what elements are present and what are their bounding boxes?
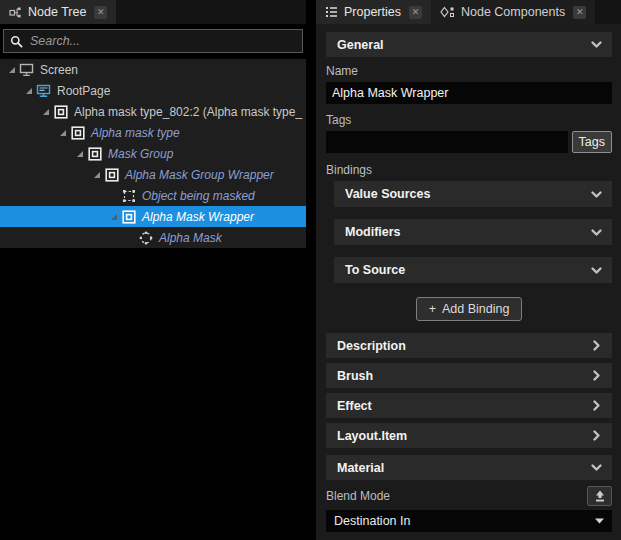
tab-node-components[interactable]: Node Components ✕ xyxy=(431,0,595,24)
name-field[interactable] xyxy=(326,82,612,104)
search-icon xyxy=(10,35,23,48)
section-effect[interactable]: Effect xyxy=(326,393,612,418)
tab-properties-label: Properties xyxy=(344,5,401,19)
search-input[interactable]: Search... xyxy=(3,29,303,53)
selection-rect-icon xyxy=(121,189,136,203)
tags-field[interactable] xyxy=(326,131,568,153)
node-tree-icon xyxy=(9,6,22,19)
tree-row-alpha-mask-type-802[interactable]: Alpha mask type_802:2 (Alpha mask type_ xyxy=(0,101,306,122)
node-components-icon xyxy=(440,6,455,18)
section-modifiers[interactable]: Modifiers xyxy=(334,219,612,245)
right-tab-bar: Properties ✕ Node Components ✕ xyxy=(316,0,621,24)
properties-content: General Name Tags Tags Bindings Value So… xyxy=(316,24,621,532)
screen-icon xyxy=(19,63,34,77)
name-label: Name xyxy=(326,64,612,78)
node2d-icon xyxy=(70,126,85,140)
tree-label: Alpha Mask Group Wrapper xyxy=(125,168,274,182)
tree-row-alpha-mask-wrapper[interactable]: Alpha Mask Wrapper xyxy=(0,206,306,227)
node2d-icon xyxy=(87,147,102,161)
tab-node-components-label: Node Components xyxy=(461,5,565,19)
rootpage-icon xyxy=(36,84,51,98)
close-icon[interactable]: ✕ xyxy=(573,6,586,19)
dropdown-arrow-icon xyxy=(595,518,604,524)
properties-list-icon xyxy=(325,6,338,18)
node2d-icon xyxy=(121,210,136,224)
tree-label: Alpha mask type xyxy=(91,126,180,140)
chevron-right-icon xyxy=(590,339,603,352)
chevron-right-icon xyxy=(590,429,603,442)
tags-label: Tags xyxy=(326,113,612,127)
chevron-right-icon xyxy=(590,369,603,382)
expander-icon[interactable] xyxy=(42,108,53,116)
expander-icon[interactable] xyxy=(110,213,121,221)
tree-row-mask-group[interactable]: Mask Group xyxy=(0,143,306,164)
section-brush[interactable]: Brush xyxy=(326,363,612,388)
bindings-label: Bindings xyxy=(326,163,612,177)
tab-properties[interactable]: Properties ✕ xyxy=(316,0,431,24)
chevron-down-icon xyxy=(590,226,603,239)
tree-row-object-being-masked[interactable]: Object being masked xyxy=(0,185,306,206)
tree-label: Mask Group xyxy=(108,147,173,161)
close-icon[interactable]: ✕ xyxy=(409,6,422,19)
chevron-down-icon xyxy=(590,38,603,51)
section-general[interactable]: General xyxy=(326,32,612,57)
blend-mode-dropdown[interactable]: Destination In xyxy=(326,510,612,532)
section-to-source[interactable]: To Source xyxy=(334,257,612,283)
section-description[interactable]: Description xyxy=(326,333,612,358)
tree-row-alpha-mask-type[interactable]: Alpha mask type xyxy=(0,122,306,143)
chevron-down-icon xyxy=(590,264,603,277)
section-value-sources[interactable]: Value Sources xyxy=(334,181,612,207)
tree-row-rootpage[interactable]: RootPage xyxy=(0,80,306,101)
tab-node-tree-label: Node Tree xyxy=(28,5,86,19)
tab-node-tree[interactable]: Node Tree ✕ xyxy=(0,0,116,24)
left-tab-bar: Node Tree ✕ xyxy=(0,0,306,24)
node2d-icon xyxy=(53,105,68,119)
expander-icon[interactable] xyxy=(25,87,36,95)
add-binding-button[interactable]: + Add Binding xyxy=(416,297,523,321)
node-tree-panel: Node Tree ✕ Search... Screen xyxy=(0,0,306,540)
dashed-circle-icon xyxy=(138,231,153,245)
tree-row-alpha-mask-group-wrapper[interactable]: Alpha Mask Group Wrapper xyxy=(0,164,306,185)
tree-label: Alpha Mask Wrapper xyxy=(142,210,254,224)
tree-label: RootPage xyxy=(57,84,110,98)
node-tree: Screen RootPage Alp xyxy=(0,59,306,248)
plus-icon: + xyxy=(429,302,436,316)
add-binding-label: Add Binding xyxy=(442,302,509,316)
tree-label: Alpha mask type_802:2 (Alpha mask type_ xyxy=(74,105,302,119)
tree-label: Alpha Mask xyxy=(159,231,222,245)
expander-icon[interactable] xyxy=(93,171,104,179)
tree-row-alpha-mask[interactable]: Alpha Mask xyxy=(0,227,306,248)
tree-row-screen[interactable]: Screen xyxy=(0,59,306,80)
expander-icon[interactable] xyxy=(8,66,19,74)
expander-icon[interactable] xyxy=(76,150,87,158)
chevron-down-icon xyxy=(590,188,603,201)
chevron-down-icon xyxy=(590,461,603,474)
push-to-default-button[interactable] xyxy=(587,486,612,506)
properties-panel: Properties ✕ Node Components ✕ General N… xyxy=(316,0,621,540)
section-layout-item[interactable]: Layout.Item xyxy=(326,423,612,448)
arrow-up-icon xyxy=(593,489,607,503)
blend-mode-label: Blend Mode xyxy=(326,489,390,503)
node2d-icon xyxy=(104,168,119,182)
tree-label: Object being masked xyxy=(142,189,255,203)
tags-button[interactable]: Tags xyxy=(572,131,612,153)
blend-mode-value: Destination In xyxy=(334,514,410,528)
close-icon[interactable]: ✕ xyxy=(94,6,107,19)
section-material[interactable]: Material xyxy=(326,455,612,480)
chevron-right-icon xyxy=(590,399,603,412)
tree-label: Screen xyxy=(40,63,78,77)
expander-icon[interactable] xyxy=(59,129,70,137)
search-placeholder: Search... xyxy=(30,34,80,48)
